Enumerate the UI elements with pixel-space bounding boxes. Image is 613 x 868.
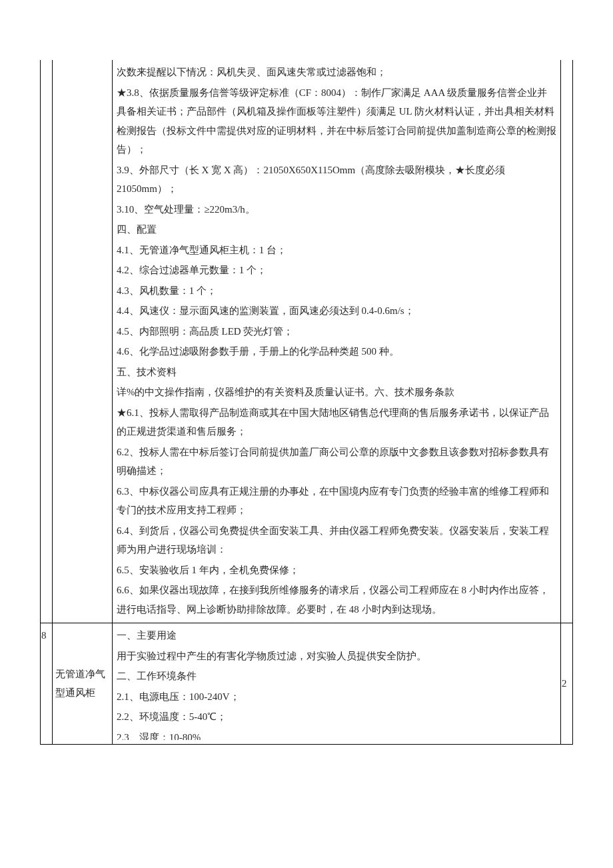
spec-line: 4.1、无管道净气型通风柜主机：1 台； xyxy=(117,241,556,260)
spec-line: 2.2、环境温度：5-40℃； xyxy=(117,707,556,727)
spec-line: 6.2、投标人需在中标后签订合同前提供加盖厂商公司公章的原版中文参数且该参数对招… xyxy=(117,443,556,481)
spec-line: 6.6、如果仪器出现故障，在接到我所维修服务的请求后，仪器公司工程师应在 8 小… xyxy=(117,581,556,619)
spec-line: 2.1、电源电压：100-240V； xyxy=(117,687,556,707)
row8-index: 8 xyxy=(41,623,53,745)
spec-line: 6.4、到货后，仪器公司免费提供全面安装工具、并由仪器工程师免费安装。仪器安装后… xyxy=(117,521,556,559)
section-title: 一、主要用途 xyxy=(117,626,556,645)
row7-qty xyxy=(561,60,573,623)
spec-line: 3.10、空气处理量：≥220m3/h。 xyxy=(117,200,556,219)
row7-name xyxy=(53,60,113,623)
spec-line: 3.9、外部尺寸（长 X 宽 X 高）：21050X650X115Omm（高度除… xyxy=(117,161,556,199)
spec-line-cutoff: 2.3、湿度：10-80% xyxy=(117,728,556,740)
spec-line: 6.5、安装验收后 1 年内，全机免费保修； xyxy=(117,561,556,580)
section-title: 二、工作环境条件 xyxy=(117,667,556,686)
spec-line: 4.4、风速仪：显示面风速的监测装置，面风速必须达到 0.4-0.6m/s； xyxy=(117,301,556,321)
section-title: 五、技术资料 xyxy=(117,363,556,382)
row8-name: 无管道净气型通风柜 xyxy=(53,623,113,745)
spec-line: 6.3、中标仪器公司应具有正规注册的办事处，在中国境内应有专门负责的经验丰富的维… xyxy=(117,482,556,520)
row8-qty: 2 xyxy=(561,623,573,745)
spec-line: 4.2、综合过滤器单元数量：1 个； xyxy=(117,261,556,280)
spec-line: ★6.1、投标人需取得产品制造商或其在中国大陆地区销售总代理商的售后服务承诺书，… xyxy=(117,403,556,441)
row-7-continued: 次数来提醒以下情况：风机失灵、面风速失常或过滤器饱和； ★3.8、依据质量服务信… xyxy=(41,60,573,623)
row-8: 8 无管道净气型通风柜 一、主要用途 用于实验过程中产生的有害化学物质过滤，对实… xyxy=(41,623,573,745)
spec-line: 4.6、化学品过滤吸附参数手册，手册上的化学品种类超 500 种。 xyxy=(117,342,556,361)
spec-table: 次数来提醒以下情况：风机失灵、面风速失常或过滤器饱和； ★3.8、依据质量服务信… xyxy=(40,60,573,745)
spec-line: 4.5、内部照明：高品质 LED 荧光灯管； xyxy=(117,322,556,341)
row8-spec: 一、主要用途 用于实验过程中产生的有害化学物质过滤，对实验人员提供安全防护。 二… xyxy=(113,623,561,745)
spec-line: 次数来提醒以下情况：风机失灵、面风速失常或过滤器饱和； xyxy=(117,63,556,82)
row7-spec: 次数来提醒以下情况：风机失灵、面风速失常或过滤器饱和； ★3.8、依据质量服务信… xyxy=(113,60,561,623)
row7-index xyxy=(41,60,53,623)
section-title: 四、配置 xyxy=(117,220,556,239)
spec-line: 详%的中文操作指南，仪器维护的有关资料及质量认证书。六、技术服务条款 xyxy=(117,383,556,402)
spec-line: 用于实验过程中产生的有害化学物质过滤，对实验人员提供安全防护。 xyxy=(117,647,556,666)
spec-line: ★3.8、依据质量服务信誉等级评定标准（CF：8004）：制作厂家满足 AAA … xyxy=(117,83,556,159)
spec-line: 4.3、风机数量：1 个； xyxy=(117,281,556,301)
